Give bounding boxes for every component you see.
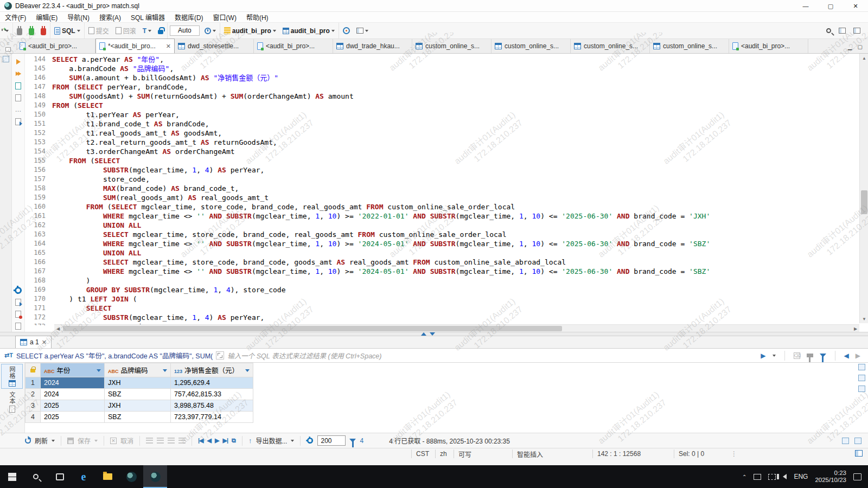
grid-cell[interactable]: 2025 xyxy=(41,400,105,412)
error-doc-icon[interactable] xyxy=(12,308,24,320)
usb-tray-icon[interactable] xyxy=(754,474,761,480)
scroll-left-arrow[interactable]: ◀ xyxy=(54,325,62,332)
results-tab-close-icon[interactable]: ✕ xyxy=(42,339,47,346)
column-header-1[interactable]: ABC品牌编码 xyxy=(105,363,171,377)
sql-editor-button[interactable]: SQL xyxy=(53,26,82,36)
panel-toggle2-icon[interactable] xyxy=(853,28,860,34)
editor-tab-7[interactable]: custom_online_s... xyxy=(571,39,650,53)
result-settings-gear-icon[interactable] xyxy=(307,438,313,444)
row-number[interactable]: 3 xyxy=(25,400,41,412)
execute-statement-button[interactable] xyxy=(12,56,24,68)
start-button[interactable] xyxy=(0,465,24,488)
menu-item-0[interactable]: 文件(F) xyxy=(0,12,31,22)
database-selector[interactable]: audit_bi_pro xyxy=(222,26,278,36)
doc-icon[interactable] xyxy=(12,320,24,332)
row-number[interactable]: 4 xyxy=(25,412,41,423)
column-dropdown-icon[interactable] xyxy=(97,369,101,372)
toolbar-panel-icon[interactable] xyxy=(842,438,849,444)
duplicate-row-icon[interactable] xyxy=(157,438,164,444)
edge-browser-button[interactable]: e xyxy=(72,465,95,488)
editor-horizontal-scrollbar[interactable]: ◀ ▶ xyxy=(54,324,859,332)
collapse-up-icon[interactable] xyxy=(421,332,426,336)
menu-item-7[interactable]: 帮助(H) xyxy=(241,12,273,22)
dbeaver-taskbar-button[interactable] xyxy=(119,465,143,488)
scroll-up-arrow[interactable]: ▲ xyxy=(860,54,868,62)
grid-cell[interactable]: SBZ xyxy=(105,412,171,423)
menu-item-2[interactable]: 导航(N) xyxy=(62,12,94,22)
apply-filter-icon[interactable]: ▶ xyxy=(761,352,765,359)
results-view-tab-text[interactable]: 文本 xyxy=(1,390,23,414)
export-data-button[interactable]: 导出数据... xyxy=(256,436,287,445)
notification-center-icon[interactable] xyxy=(853,473,861,480)
results-grid[interactable]: ABC年份ABC品牌编码123净销售金额（元）12024JXH1,295,629… xyxy=(25,363,253,423)
editor-tab-6[interactable]: custom_online_s... xyxy=(492,39,571,53)
refresh-dropdown[interactable] xyxy=(52,440,55,442)
editor-tab-0[interactable]: <audit_bi_pro>... xyxy=(16,39,95,53)
search-icon[interactable] xyxy=(826,28,831,33)
scroll-right-arrow[interactable]: ▶ xyxy=(852,325,859,332)
grid-cell[interactable]: 3,898,875.48 xyxy=(171,400,253,412)
menu-item-1[interactable]: 编辑(E) xyxy=(31,12,62,22)
clear-filter-icon[interactable]: ⌫ xyxy=(794,352,800,359)
metadata-panel-icon[interactable] xyxy=(858,375,865,381)
toolbar-panel2-icon[interactable] xyxy=(854,438,861,444)
minimize-button[interactable]: — xyxy=(793,0,818,12)
editor-results-splitter[interactable] xyxy=(0,332,868,336)
vertical-scroll-thumb[interactable] xyxy=(861,190,867,214)
lock-button[interactable] xyxy=(156,26,165,35)
execute-script-button[interactable] xyxy=(12,68,24,80)
menu-item-4[interactable]: SQL 编辑器 xyxy=(126,12,170,22)
filter-input[interactable]: 输入一个 SQL 表达式来过滤结果 (使用 Ctrl+Space) xyxy=(227,350,381,361)
restore-panel-icon[interactable] xyxy=(3,56,9,62)
first-page-icon[interactable]: |◀ xyxy=(198,437,203,444)
grid-cell[interactable]: 2024 xyxy=(41,389,105,400)
tray-expand-icon[interactable]: ⌃ xyxy=(742,474,746,480)
results-view-tab-grid[interactable]: 网格 xyxy=(1,364,23,389)
grid-cell[interactable]: JXH xyxy=(105,400,171,412)
column-dropdown-icon[interactable] xyxy=(163,369,167,372)
minimize-editor-icon[interactable]: ▁ xyxy=(848,44,852,50)
filter-settings-icon[interactable] xyxy=(807,354,813,357)
new-connection-button[interactable]: + xyxy=(2,29,10,33)
last-page-icon[interactable]: ▶| xyxy=(223,437,228,444)
statusbar-panel-icon[interactable] xyxy=(855,450,863,457)
network-button[interactable] xyxy=(355,27,370,35)
delete-row-icon[interactable] xyxy=(168,438,175,444)
menu-item-6[interactable]: 窗口(W) xyxy=(208,12,241,22)
menu-item-5[interactable]: 数据库(D) xyxy=(170,12,208,22)
back-arrow-icon[interactable]: ◀ xyxy=(844,352,849,359)
script-panel-icon[interactable] xyxy=(12,92,24,104)
task-view-button[interactable] xyxy=(48,465,72,488)
filter-dropdown-icon[interactable] xyxy=(773,355,776,357)
calc-panel-icon[interactable] xyxy=(858,386,865,392)
collapse-down-icon[interactable] xyxy=(430,332,435,336)
taskbar-search-button[interactable] xyxy=(24,465,48,488)
close-button[interactable]: ✕ xyxy=(843,0,868,12)
disconnect-button[interactable] xyxy=(39,25,48,36)
maximize-button[interactable]: ▢ xyxy=(818,0,843,12)
export-script-icon[interactable] xyxy=(12,296,24,308)
volume-tray-icon[interactable] xyxy=(783,474,787,479)
schema-selector[interactable]: audit_bi_pro xyxy=(281,26,336,36)
transaction-mode-button[interactable]: T xyxy=(141,26,153,36)
grid-cell[interactable]: 757,462,815.33 xyxy=(171,389,253,400)
cancel-button[interactable]: 取消 xyxy=(120,436,133,445)
add-row-icon[interactable] xyxy=(146,438,153,444)
grid-cell[interactable]: 2024 xyxy=(41,377,105,389)
edit-row-icon[interactable] xyxy=(178,438,186,444)
reconnect-button[interactable] xyxy=(27,25,36,36)
fetch-all-icon[interactable]: ⧉ xyxy=(232,437,236,444)
settings-gear-icon[interactable] xyxy=(12,284,24,296)
panel-toggle-icon[interactable] xyxy=(839,28,846,34)
filter-icon[interactable] xyxy=(820,354,826,357)
editor-tab-9[interactable]: <audit_bi_pro>... xyxy=(729,39,808,53)
next-page-icon[interactable]: ▶ xyxy=(215,437,219,444)
transaction-log-button[interactable] xyxy=(203,27,218,35)
save-button[interactable]: 保存 xyxy=(78,436,91,445)
scroll-down-arrow[interactable]: ▼ xyxy=(860,314,868,323)
menu-item-3[interactable]: 搜索(A) xyxy=(94,12,126,22)
value-panel-icon[interactable] xyxy=(858,364,865,370)
explain-plan-icon[interactable] xyxy=(12,80,24,92)
compass-button[interactable] xyxy=(341,26,352,35)
grid-cell[interactable]: 723,397,779.14 xyxy=(171,412,253,423)
